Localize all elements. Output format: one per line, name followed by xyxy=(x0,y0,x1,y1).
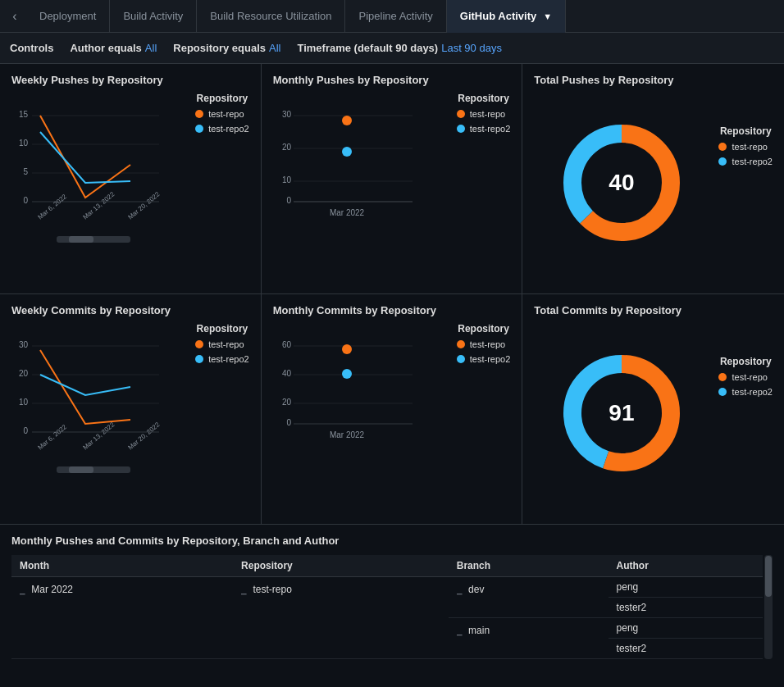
monthly-commits-svg: 60 40 20 0 Mar 2022 xyxy=(273,323,437,503)
legend-item-wc-2: test-repo2 xyxy=(195,354,249,364)
total-commits-chart: Total Commits by Repository 91 Repositor… xyxy=(522,294,784,524)
legend-item-tc-1: test-repo xyxy=(718,372,773,382)
total-commits-donut: 91 xyxy=(534,331,709,495)
total-commits-legend: Repository test-repo test-repo2 xyxy=(718,356,773,397)
cell-author-peng-1: peng xyxy=(609,577,763,598)
timeframe-key: Timeframe (default 90 days) xyxy=(297,42,438,54)
total-commits-title: Total Commits by Repository xyxy=(534,304,773,316)
timeframe-val: Last 90 days xyxy=(441,42,502,54)
author-tester2-1: tester2 xyxy=(617,602,647,613)
legend-item-wc-1: test-repo xyxy=(195,339,249,349)
svg-point-49 xyxy=(342,344,352,354)
svg-text:Mar 6, 2022: Mar 6, 2022 xyxy=(37,423,69,452)
svg-text:20: 20 xyxy=(282,398,292,407)
svg-text:Mar 13, 2022: Mar 13, 2022 xyxy=(82,421,116,452)
repo-control[interactable]: Repository equals All xyxy=(173,42,280,54)
monthly-commits-chart: Monthly Commits by Repository Repository… xyxy=(262,294,523,524)
expand-branch-dev-icon[interactable]: ⎯ xyxy=(457,585,463,594)
svg-text:0: 0 xyxy=(286,196,291,205)
cell-month-value: Mar 2022 xyxy=(31,584,73,595)
legend-item-mc-1: test-repo xyxy=(457,339,511,349)
tab-deployment-label: Deployment xyxy=(39,10,96,22)
monthly-commits-title: Monthly Commits by Repository xyxy=(273,304,511,316)
legend-dot-2 xyxy=(195,125,203,133)
weekly-commits-title: Weekly Commits by Repository xyxy=(11,304,249,316)
tab-build-resource-label: Build Resource Utilization xyxy=(210,10,331,22)
weekly-pushes-legend-title: Repository xyxy=(195,93,249,104)
tab-build-activity[interactable]: Build Activity xyxy=(110,0,197,33)
chart-row-2: Weekly Commits by Repository Repository … xyxy=(0,294,784,525)
monthly-pushes-legend: Repository test-repo test-repo2 xyxy=(457,93,511,134)
chart-row-1: Weekly Pushes by Repository Repository t… xyxy=(0,64,784,294)
svg-text:Mar 2022: Mar 2022 xyxy=(330,430,365,439)
author-control[interactable]: Author equals All xyxy=(70,42,157,54)
dropdown-chevron-icon: ▼ xyxy=(543,11,552,21)
total-commits-number: 91 xyxy=(609,400,634,426)
expand-branch-main-icon[interactable]: ⎯ xyxy=(457,626,463,635)
back-button[interactable]: ‹ xyxy=(3,5,26,28)
legend-dot-tp-2 xyxy=(718,157,727,166)
weekly-pushes-chart: Weekly Pushes by Repository Repository t… xyxy=(0,64,262,293)
legend-label-1: test-repo xyxy=(208,109,244,119)
weekly-pushes-canvas: Repository test-repo test-repo2 15 10 5 xyxy=(11,93,249,273)
tab-pipeline-activity[interactable]: Pipeline Activity xyxy=(345,0,446,33)
svg-rect-39 xyxy=(69,466,93,473)
legend-item-test-repo2-1: test-repo2 xyxy=(195,124,249,134)
weekly-commits-chart: Weekly Commits by Repository Repository … xyxy=(0,294,262,524)
repo-val: All xyxy=(269,42,280,54)
scrollbar-thumb[interactable] xyxy=(765,556,772,597)
legend-dot-mp-2 xyxy=(457,125,465,133)
svg-text:40: 40 xyxy=(282,369,292,378)
svg-text:Mar 2022: Mar 2022 xyxy=(330,208,365,217)
table-header-row: Month Repository Branch Author xyxy=(11,555,763,577)
legend-label-tc-1: test-repo xyxy=(732,372,767,382)
total-pushes-title: Total Pushes by Repository xyxy=(534,74,773,86)
svg-text:10: 10 xyxy=(282,175,292,184)
legend-label-tp-1: test-repo xyxy=(732,142,767,152)
legend-dot-mc-1 xyxy=(457,340,465,348)
tab-build-resource[interactable]: Build Resource Utilization xyxy=(197,0,345,33)
monthly-pushes-svg: 30 20 10 0 Mar 2022 xyxy=(273,93,437,257)
author-peng-1: peng xyxy=(617,581,639,593)
weekly-pushes-legend: Repository test-repo test-repo2 xyxy=(195,93,249,134)
legend-label-2: test-repo2 xyxy=(208,124,249,134)
tab-deployment[interactable]: Deployment xyxy=(26,0,110,33)
svg-text:20: 20 xyxy=(282,143,292,152)
monthly-commits-canvas: Repository test-repo test-repo2 60 40 20… xyxy=(273,323,511,503)
tab-github-activity[interactable]: GitHub Activity ▼ xyxy=(447,0,566,33)
total-pushes-number: 40 xyxy=(609,170,634,196)
legend-label-wc-2: test-repo2 xyxy=(208,354,249,364)
repo-key: Repository equals xyxy=(173,42,266,54)
legend-label-mc-1: test-repo xyxy=(470,339,505,349)
cell-author-peng-2: peng xyxy=(609,618,763,639)
svg-text:Mar 20, 2022: Mar 20, 2022 xyxy=(127,421,162,452)
svg-text:Mar 13, 2022: Mar 13, 2022 xyxy=(82,190,116,221)
total-pushes-donut: 40 xyxy=(534,101,709,265)
monthly-pushes-canvas: Repository test-repo test-repo2 30 20 10… xyxy=(273,93,511,273)
total-pushes-legend: Repository test-repo test-repo2 xyxy=(718,125,773,166)
timeframe-control[interactable]: Timeframe (default 90 days) Last 90 days xyxy=(297,42,501,54)
total-commits-legend-title: Repository xyxy=(718,356,773,367)
expand-month-icon[interactable]: ⎯ xyxy=(20,585,25,594)
legend-dot-tc-1 xyxy=(718,373,727,381)
weekly-commits-legend-title: Repository xyxy=(195,323,249,334)
cell-branch-main: ⎯ main xyxy=(449,618,609,659)
cell-repo: ⎯ test-repo xyxy=(233,577,449,659)
svg-rect-12 xyxy=(69,236,93,243)
scrollbar-track[interactable] xyxy=(764,555,773,659)
legend-dot-mc-2 xyxy=(457,355,465,363)
svg-text:30: 30 xyxy=(282,110,292,119)
data-table: Month Repository Branch Author ⎯ Mar 202… xyxy=(11,555,763,659)
svg-text:Mar 20, 2022: Mar 20, 2022 xyxy=(127,190,162,221)
legend-item-tp-2: test-repo2 xyxy=(718,157,773,166)
legend-label-wc-1: test-repo xyxy=(208,339,244,349)
expand-repo-icon[interactable]: ⎯ xyxy=(241,585,247,594)
legend-item-test-repo-1: test-repo xyxy=(195,109,249,119)
legend-label-mp-2: test-repo2 xyxy=(470,124,511,134)
author-val: All xyxy=(145,42,157,54)
legend-item-mc-2: test-repo2 xyxy=(457,354,511,364)
legend-dot-tp-1 xyxy=(718,143,727,151)
weekly-commits-svg: 30 20 10 0 Mar 6, 2022 Mar 13, 2022 Mar … xyxy=(11,323,175,487)
cell-month: ⎯ Mar 2022 xyxy=(11,577,233,659)
legend-label-tc-2: test-repo2 xyxy=(732,387,773,397)
